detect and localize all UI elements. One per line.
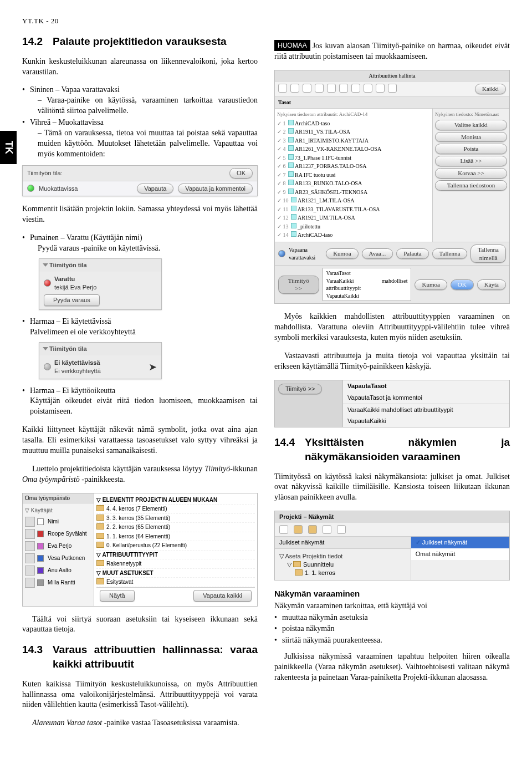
attribute-row[interactable]: ✓ 1 ArchiCAD-taso	[277, 119, 430, 128]
s14-3-p1: Kuten kaikissa Tiimityön keskusteluikkun…	[22, 679, 258, 711]
tree-kerros-1[interactable]: 1. 1. kerros	[305, 569, 335, 576]
ok-button[interactable]: OK	[451, 279, 474, 290]
attribute-row[interactable]: ✓ 14 ArchiCAD-taso	[277, 231, 430, 240]
tree-row[interactable]: 3. 3. kerros (35 Elementti)	[96, 514, 255, 523]
attribute-row[interactable]: ✓ 13 _piilotettu	[277, 222, 430, 231]
toolbar-icon[interactable]	[278, 84, 287, 93]
side-button[interactable]: Poista	[435, 144, 507, 154]
user-name: Milla Rantti	[48, 579, 75, 587]
option-own-views[interactable]: Omat näkymät	[411, 548, 509, 560]
tool-icon[interactable]	[279, 525, 288, 534]
screenshot-own-workspace: Oma työympäristö ▽ Käyttäjät NimiRoope S…	[22, 493, 258, 607]
attribute-row[interactable]: ✓ 7 RA IFC tuotu uusi	[277, 171, 430, 180]
side-button[interactable]: Monista	[435, 132, 507, 142]
toolbar-icon[interactable]	[315, 84, 324, 93]
user-row[interactable]: Vesa Putkonen	[25, 552, 91, 564]
user-name: Vesa Putkonen	[48, 554, 85, 562]
attribute-row[interactable]: ✓ 12 AR1921_UM.TILA-OSA	[277, 213, 430, 222]
bullet-grey-unavailable: Harmaa – Ei käytettävissä Palvelimeen ei…	[22, 317, 258, 338]
side-button[interactable]: Korvaa >>	[435, 168, 507, 179]
toolbar-icon[interactable]	[303, 84, 311, 93]
row-esitystavat[interactable]: Esitystavat	[106, 579, 133, 585]
tree-project-info[interactable]: Aseta Projektin tiedot	[285, 553, 342, 559]
teamwork-button[interactable]: Tiimityö >>	[278, 276, 319, 294]
reserved-user: tekijä Eva Perjo	[54, 283, 96, 292]
status-label: Tiimityön tila:	[27, 169, 63, 177]
side-tab: TK	[0, 131, 17, 164]
menu-vapautatasot[interactable]: VapautaTasot	[343, 380, 509, 392]
menu-varaa-tasot[interactable]: VaraaTasot	[326, 269, 408, 277]
user-row[interactable]: Milla Rantti	[25, 577, 91, 589]
footer-button[interactable]: Tallenna	[432, 248, 468, 259]
option-public-views[interactable]: Julkiset näkymät	[422, 539, 467, 546]
release-button[interactable]: Vapauta	[137, 184, 173, 194]
bullet: poistaa näkymän	[274, 624, 510, 634]
user-row[interactable]: Roope Syvälaht	[25, 528, 91, 540]
attribute-row[interactable]: ✓ 6 AR1237_PORRAS.TALO-OSA	[277, 162, 430, 171]
attribute-row[interactable]: ✓ 4 AR1261_VK-RAKENNE.TALO-OSA	[277, 145, 430, 154]
attribute-row[interactable]: ✓ 11 AR133_TILAVARUSTE.TILA-OSA	[277, 205, 430, 214]
side-button[interactable]: Lisää >>	[435, 156, 507, 166]
toolbar-icon[interactable]	[388, 84, 397, 93]
menu-varaa-kaikki[interactable]: VaraaKaikki mahdolliset attribuuttityypi…	[326, 277, 408, 292]
toolbar-icon[interactable]	[327, 84, 336, 93]
screenshot-project-views: Projekti – Näkymät Julkiset näkymät ▽ As…	[274, 511, 510, 580]
t3: -painikkeesta.	[80, 475, 125, 483]
apply-button[interactable]: Käytä	[477, 279, 506, 290]
kaikki-button[interactable]: Kaikki	[475, 84, 506, 94]
bullet: muuttaa näkymän asetuksia	[274, 613, 510, 623]
vast-para: Vastaavasti attribuutteja ja muita tieto…	[274, 351, 510, 372]
attribute-row[interactable]: ✓ 3 AR1_IRTAIMISTO.KAYTTAJA	[277, 136, 430, 145]
menu-vapauta-kaikki[interactable]: VapautaKaikki	[326, 292, 408, 300]
folder-icon	[96, 533, 104, 539]
side-button[interactable]: Valitse kaikki	[435, 120, 507, 130]
tree-row[interactable]: 1. 1. kerros (64 Elementti)	[96, 532, 255, 542]
avatar	[25, 541, 35, 551]
tree-row[interactable]: 2. 2. kerros (65 Elementti)	[96, 523, 255, 532]
tree-row[interactable]: 0. Kellari/perustus (22 Elementti)	[96, 541, 255, 551]
show-button[interactable]: Näytä	[100, 590, 135, 602]
request-reservation-button[interactable]: Pyydä varaus	[44, 294, 100, 306]
public-views-tab[interactable]: Julkiset näkymät	[275, 537, 411, 549]
tool-icon[interactable]	[337, 525, 346, 534]
tree-suunnittelu[interactable]: Suunnittelu	[303, 561, 334, 568]
user-row[interactable]: Nimi	[25, 516, 91, 528]
release-all-button[interactable]: Vapauta kaikki	[193, 590, 252, 602]
section-number: 14.3	[22, 643, 43, 671]
cancel-button[interactable]: Kumoa	[415, 279, 447, 290]
footer-button[interactable]: Tallenna nimellä	[470, 245, 506, 263]
footer-button[interactable]: Kumoa	[326, 248, 358, 259]
toolbar-icon[interactable]	[376, 84, 385, 93]
menu-vapauta-kaikki[interactable]: VapautaKaikki	[343, 415, 509, 427]
footer-button[interactable]: Palauta	[396, 248, 428, 259]
workspace-tab[interactable]: Oma työympäristö	[23, 493, 94, 504]
toolbar-icon[interactable]	[339, 84, 348, 93]
row-rakennetyypit[interactable]: Rakennetyypit	[106, 561, 141, 567]
footer-button[interactable]: Avaa...	[362, 248, 393, 259]
teamwork-button[interactable]: Tiimityö >>	[278, 384, 322, 394]
toolbar-icon[interactable]	[364, 84, 372, 93]
ok-button[interactable]: OK	[229, 168, 253, 179]
subheading-reserve-view: Näkymän varaaminen	[274, 588, 510, 599]
menu-vapautatasot-comment[interactable]: VapautaTasot ja kommentoi	[343, 392, 509, 404]
toolbar-icon[interactable]	[290, 84, 299, 93]
taalta-para: Täältä voi siirtyä suoraan asetuksiin ta…	[22, 614, 258, 635]
attribute-row[interactable]: ✓ 5 73_1.Phase 1.IFC-tunnist	[277, 154, 430, 162]
tool-icon[interactable]	[323, 525, 331, 534]
user-row[interactable]: Eva Perjo	[25, 540, 91, 552]
release-comment-button[interactable]: Vapauta ja kommentoi	[178, 184, 253, 194]
side-button[interactable]: Tallenna tiedostoon	[435, 180, 507, 191]
user-name: Eva Perjo	[48, 542, 71, 550]
toolbar-icon[interactable]	[351, 84, 360, 93]
folder-icon[interactable]	[308, 525, 317, 534]
tree-row[interactable]: 4. 4. kerros (7 Elementti)	[96, 505, 255, 514]
attribute-row[interactable]: ✓ 9 AR23_SÄHKÖSEL-TEKNOSA	[277, 188, 430, 197]
attribute-row[interactable]: ✓ 8 AR133_RUNKO.TALO-OSA	[277, 179, 430, 188]
attribute-row[interactable]: ✓ 2 AR1911_VS.TILA-OSA	[277, 128, 430, 136]
user-row[interactable]: Anu Aalto	[25, 564, 91, 577]
menu-varaa-kaikki[interactable]: VaraaKaikki mahdolliset attribuuttityypi…	[343, 404, 509, 416]
tab-levels[interactable]: Tasot	[275, 97, 509, 109]
attribute-row[interactable]: ✓ 10 AR1321_LM.TILA-OSA	[277, 196, 430, 205]
it1: Tiimityö	[204, 465, 230, 473]
home-icon[interactable]	[294, 525, 303, 534]
